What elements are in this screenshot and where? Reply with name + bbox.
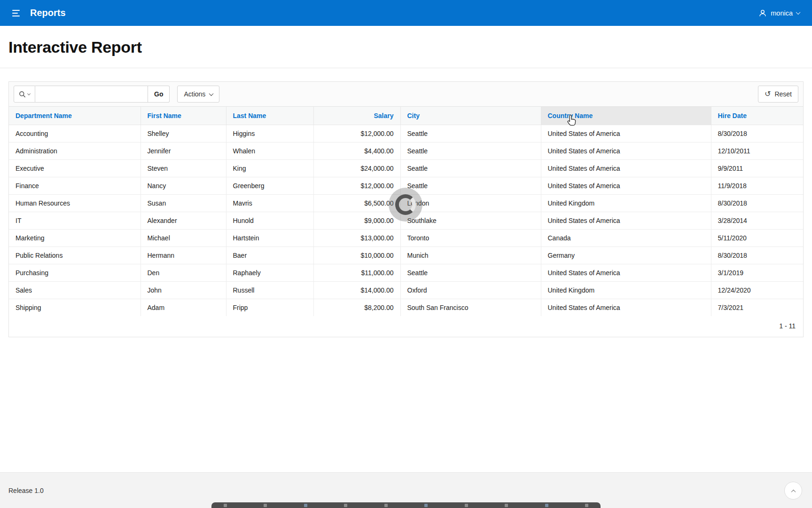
table-cell: $10,000.00: [313, 247, 400, 264]
report-toolbar: Go Actions ↺ Reset: [9, 82, 803, 107]
table-cell: Fripp: [226, 299, 313, 317]
table-cell: Russell: [226, 282, 313, 299]
table-cell: Den: [141, 264, 226, 282]
table-cell: 5/11/2020: [711, 230, 803, 247]
table-cell: 12/10/2011: [711, 143, 803, 160]
table-cell: Toronto: [400, 230, 541, 247]
taskbar-strip: [211, 502, 601, 508]
table-cell: United States of America: [541, 143, 711, 160]
table-cell: Munich: [400, 247, 541, 264]
table-cell: Purchasing: [9, 264, 141, 282]
table-cell: Raphaely: [226, 264, 313, 282]
column-header-hire-date[interactable]: Hire Date: [711, 107, 803, 125]
table-cell: United Kingdom: [541, 195, 711, 212]
taskbar-icon: [424, 504, 428, 507]
column-header-salary[interactable]: Salary: [313, 107, 400, 125]
table-cell: South San Francisco: [400, 299, 541, 317]
table-cell: Alexander: [141, 212, 226, 230]
taskbar-icon: [224, 504, 227, 507]
table-cell: Seattle: [400, 177, 541, 195]
table-cell: Shipping: [9, 299, 141, 317]
table-cell: $8,200.00: [313, 299, 400, 317]
table-cell: Shelley: [141, 125, 226, 143]
table-cell: $12,000.00: [313, 177, 400, 195]
table-cell: IT: [9, 212, 141, 230]
table-cell: United States of America: [541, 160, 711, 177]
reset-button[interactable]: ↺ Reset: [758, 86, 798, 103]
table-cell: $11,000.00: [313, 264, 400, 282]
table-cell: 8/30/2018: [711, 247, 803, 264]
table-cell: Finance: [9, 177, 141, 195]
app-title: Reports: [30, 8, 66, 18]
report-table: Department NameFirst NameLast NameSalary…: [9, 107, 803, 316]
app-header: Reports monica: [0, 0, 812, 26]
taskbar-icon: [545, 504, 548, 507]
reset-icon: ↺: [765, 90, 771, 98]
table-cell: Michael: [141, 230, 226, 247]
table-cell: Germany: [541, 247, 711, 264]
table-cell: Hartstein: [226, 230, 313, 247]
search-icon: [19, 91, 26, 98]
table-cell: United States of America: [541, 177, 711, 195]
table-row: ITAlexanderHunold$9,000.00SouthlakeUnite…: [9, 212, 803, 230]
table-cell: $12,000.00: [313, 125, 400, 143]
table-cell: United States of America: [541, 212, 711, 230]
table-cell: Oxford: [400, 282, 541, 299]
table-cell: Seattle: [400, 264, 541, 282]
menu-icon[interactable]: [9, 5, 25, 21]
table-row: FinanceNancyGreenberg$12,000.00SeattleUn…: [9, 177, 803, 195]
user-icon: [758, 9, 767, 17]
table-cell: 8/30/2018: [711, 195, 803, 212]
reset-label: Reset: [774, 90, 792, 98]
table-cell: Accounting: [9, 125, 141, 143]
table-cell: Marketing: [9, 230, 141, 247]
user-menu-button[interactable]: monica: [756, 8, 803, 18]
table-row: ExecutiveStevenKing$24,000.00SeattleUnit…: [9, 160, 803, 177]
actions-button[interactable]: Actions: [177, 86, 219, 103]
table-row: SalesJohnRussell$14,000.00OxfordUnited K…: [9, 282, 803, 299]
chevron-up-icon: [791, 490, 796, 494]
table-row: MarketingMichaelHartstein$13,000.00Toron…: [9, 230, 803, 247]
table-cell: 11/9/2018: [711, 177, 803, 195]
column-header-last-name[interactable]: Last Name: [226, 107, 313, 125]
scroll-top-button[interactable]: [784, 482, 802, 500]
column-header-first-name[interactable]: First Name: [141, 107, 226, 125]
table-cell: Hunold: [226, 212, 313, 230]
table-cell: $14,000.00: [313, 282, 400, 299]
table-cell: Administration: [9, 143, 141, 160]
table-cell: $9,000.00: [313, 212, 400, 230]
table-cell: Seattle: [400, 125, 541, 143]
table-cell: Steven: [141, 160, 226, 177]
taskbar-icon: [465, 504, 468, 507]
content-area: Go Actions ↺ Reset Department NameFirst …: [0, 68, 812, 337]
table-cell: Sales: [9, 282, 141, 299]
column-header-country-name[interactable]: Country Name: [541, 107, 711, 125]
table-cell: London: [400, 195, 541, 212]
table-cell: $6,500.00: [313, 195, 400, 212]
table-cell: United Kingdom: [541, 282, 711, 299]
search-group: Go: [14, 86, 170, 103]
table-row: PurchasingDenRaphaely$11,000.00SeattleUn…: [9, 264, 803, 282]
taskbar-icon: [344, 504, 347, 507]
search-options-button[interactable]: [14, 86, 35, 103]
taskbar-icon: [264, 504, 267, 507]
column-header-city[interactable]: City: [400, 107, 541, 125]
table-cell: Human Resources: [9, 195, 141, 212]
search-input[interactable]: [35, 86, 148, 103]
column-header-department-name[interactable]: Department Name: [9, 107, 141, 125]
table-cell: 7/3/2021: [711, 299, 803, 317]
go-button[interactable]: Go: [148, 86, 170, 103]
table-cell: Seattle: [400, 160, 541, 177]
chevron-down-icon: [796, 10, 801, 15]
table-cell: Nancy: [141, 177, 226, 195]
release-label: Release 1.0: [8, 487, 44, 494]
actions-label: Actions: [184, 90, 205, 98]
table-cell: $24,000.00: [313, 160, 400, 177]
table-row: Human ResourcesSusanMavris$6,500.00Londo…: [9, 195, 803, 212]
table-cell: 8/30/2018: [711, 125, 803, 143]
table-cell: Canada: [541, 230, 711, 247]
table-cell: Adam: [141, 299, 226, 317]
table-cell: United States of America: [541, 299, 711, 317]
table-cell: United States of America: [541, 264, 711, 282]
table-row: AccountingShelleyHiggins$12,000.00Seattl…: [9, 125, 803, 143]
